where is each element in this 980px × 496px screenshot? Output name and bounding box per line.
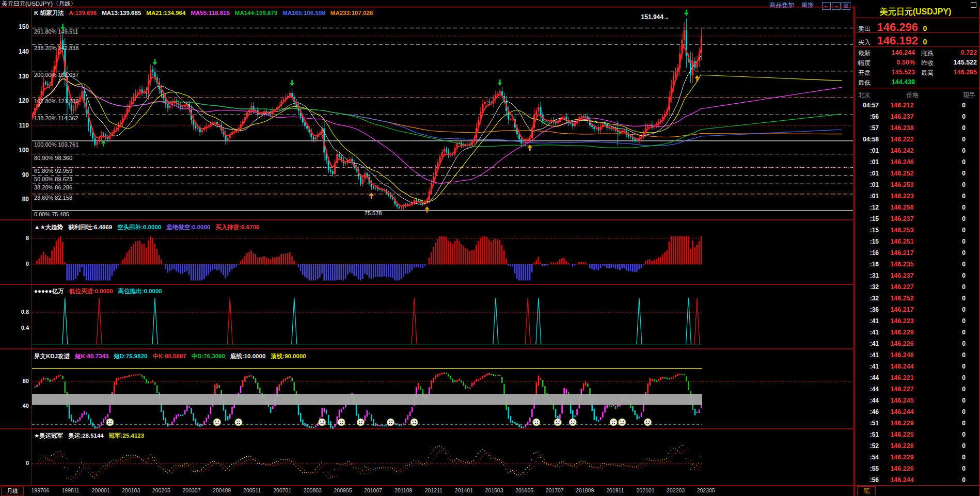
quote-info-row: 开盘145.523最高146.295 xyxy=(855,68,980,78)
tick-time: 04:57 xyxy=(858,102,879,109)
tick-time: :01 xyxy=(858,158,879,166)
maximize-icon[interactable] xyxy=(971,2,976,8)
tick-row[interactable]: :55146.2260 xyxy=(858,463,978,475)
tick-row[interactable]: :15146.2510 xyxy=(858,236,978,248)
tick-volume: 0 xyxy=(925,306,966,313)
tick-price: 146.238 xyxy=(879,124,925,132)
buy-row[interactable]: 买入 146.192 0 xyxy=(858,34,927,47)
tick-row[interactable]: 04:57146.2120 xyxy=(858,100,978,111)
tick-row[interactable]: :16146.2170 xyxy=(858,248,978,259)
panel-value-1: 空头回补:0.0000 xyxy=(117,224,161,230)
tick-row[interactable]: :44146.2210 xyxy=(858,373,978,384)
tick-row[interactable]: :41146.2230 xyxy=(858,316,978,327)
ma-value-5: MA165:106.598 xyxy=(282,10,325,16)
tick-row[interactable]: :44146.2450 xyxy=(858,395,978,407)
tick-time: :01 xyxy=(858,170,879,177)
tick-price: 146.222 xyxy=(879,136,925,143)
price-axis-label: 130 xyxy=(5,73,29,80)
tick-time: :41 xyxy=(858,363,879,370)
buy-label: 买入 xyxy=(858,39,871,46)
tick-time: :01 xyxy=(858,193,879,200)
tick-time: :52 xyxy=(858,442,879,450)
ma-value-0: A:139.696 xyxy=(69,10,97,16)
price-axis-label: 80 xyxy=(5,196,29,203)
tick-row[interactable]: :41146.2280 xyxy=(858,327,978,339)
price-axis-label: 90 xyxy=(5,171,29,179)
tick-row[interactable]: 04:58146.2220 xyxy=(858,134,978,146)
tick-price: 146.223 xyxy=(879,193,925,200)
tick-time: 04:58 xyxy=(858,136,879,143)
tick-row[interactable]: :01146.2230 xyxy=(858,191,978,202)
tick-row[interactable]: :41146.2440 xyxy=(858,361,978,373)
tick-row[interactable]: :46146.2440 xyxy=(858,407,978,418)
tick-time: :55 xyxy=(858,465,879,472)
tick-price: 146.237 xyxy=(879,113,925,120)
tick-row[interactable]: :12146.2560 xyxy=(858,202,978,214)
tick-row[interactable]: :01146.2530 xyxy=(858,180,978,191)
main-indicator-header: K 胡家刀法A:139.696MA13:139.685MA21:134.964M… xyxy=(34,8,378,17)
tick-list-header: 北京 价格 现手 xyxy=(858,90,978,100)
tick-row[interactable]: :31146.2370 xyxy=(858,270,978,282)
tick-row[interactable]: :41146.2260 xyxy=(858,339,978,350)
tick-time: :41 xyxy=(858,351,879,359)
tick-volume: 0 xyxy=(925,454,966,461)
price-axis-label: 120 xyxy=(5,97,29,104)
tick-price: 146.226 xyxy=(879,465,925,472)
tick-row[interactable]: :41146.2480 xyxy=(858,350,978,361)
tick-row[interactable]: :01146.2460 xyxy=(858,157,978,168)
tick-row[interactable]: :16146.2350 xyxy=(858,259,978,270)
tick-price: 146.226 xyxy=(879,340,925,347)
time-axis-label: 202101 xyxy=(631,487,660,493)
sell-label: 卖出 xyxy=(858,25,871,33)
tick-time: :41 xyxy=(858,317,879,325)
fib-level-label: 238.20% 142.838 xyxy=(34,45,78,51)
tick-row[interactable]: :32146.2520 xyxy=(858,293,978,305)
quote-info-value: 145.522 xyxy=(938,59,977,66)
tick-row[interactable]: :54146.2290 xyxy=(858,452,978,463)
tick-row[interactable]: :57146.2380 xyxy=(858,123,978,134)
tick-row[interactable]: :44146.2270 xyxy=(858,384,978,395)
quote-info-label: 最低 xyxy=(858,78,871,87)
tick-row[interactable]: :51146.2250 xyxy=(858,429,978,441)
tick-row[interactable]: :56146.2370 xyxy=(858,111,978,123)
tick-volume: 0 xyxy=(925,124,966,132)
tick-row[interactable]: :51146.2290 xyxy=(858,418,978,429)
quote-info-row: 幅度0.50%昨收145.522 xyxy=(855,58,980,68)
panel-header-2: 界文KDJ攻进短K:80.7343短D:75.9820中K:80.5897中D:… xyxy=(34,351,311,360)
tick-list[interactable]: 04:57146.2120:56146.2370:57146.238004:58… xyxy=(858,100,978,486)
tick-volume: 0 xyxy=(925,420,966,427)
fib-level-label: 61.80% 92.959 xyxy=(34,168,72,174)
tick-price: 146.253 xyxy=(879,181,925,188)
tick-row[interactable]: :32146.2270 xyxy=(858,282,978,293)
tick-row[interactable]: :36146.2170 xyxy=(858,305,978,316)
tick-row[interactable]: :52146.2260 xyxy=(858,441,978,452)
tick-price: 146.217 xyxy=(879,306,925,313)
tick-row[interactable]: :15146.2370 xyxy=(858,214,978,225)
period-tab[interactable]: 月线 xyxy=(1,487,24,495)
tick-row[interactable]: :01146.2520 xyxy=(858,168,978,180)
tick-row[interactable]: :56146.2440 xyxy=(858,475,978,486)
tick-time: :01 xyxy=(858,147,879,154)
panel-1-ylabel: 0.8 xyxy=(5,309,29,315)
quote-info-label: 幅度 xyxy=(858,59,871,68)
time-axis-label: 200511 xyxy=(238,487,266,493)
price-axis-label: 100 xyxy=(5,147,29,154)
tick-time: :32 xyxy=(858,283,879,291)
panel-value-5: 顶线:90.0000 xyxy=(271,353,306,359)
sell-qty: 0 xyxy=(923,24,927,33)
fib-level-label: 0.00% 75.485 xyxy=(34,211,69,217)
fib-level-label: 80.90% 98.360 xyxy=(34,155,72,161)
quote-info-label: 涨跌 xyxy=(921,49,934,58)
tick-row[interactable]: :15146.2530 xyxy=(858,225,978,236)
sell-row[interactable]: 卖出 146.296 0 xyxy=(858,21,927,34)
tick-time: :44 xyxy=(858,397,879,404)
tab-bi[interactable]: 笔 xyxy=(857,486,876,495)
panel-value-0: 短K:80.7343 xyxy=(75,353,108,359)
tick-volume: 0 xyxy=(925,317,966,325)
quote-info: 最新146.244涨跌0.722幅度0.50%昨收145.522开盘145.52… xyxy=(855,49,980,88)
low-annotation: 75.578 xyxy=(365,210,382,216)
tick-time: :41 xyxy=(858,329,879,336)
col-time: 北京 xyxy=(858,91,882,100)
tick-row[interactable]: :01146.2420 xyxy=(858,146,978,157)
fib-level-label: 23.60% 82.158 xyxy=(34,195,72,201)
